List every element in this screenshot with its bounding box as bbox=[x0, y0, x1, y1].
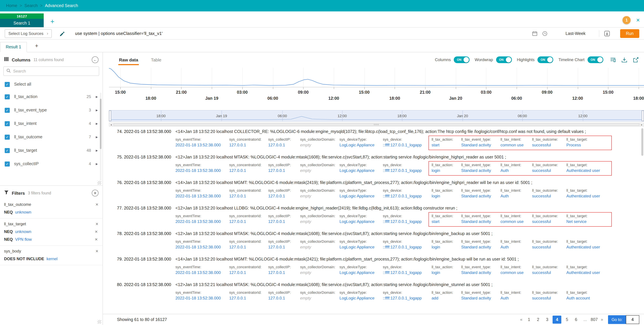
timeline-brush[interactable]: 18:00Jan 1906:0012:0018:00Jan 2006:0012:… bbox=[109, 110, 644, 122]
detail-field-value[interactable]: 127.0.0.1 bbox=[229, 168, 266, 173]
horizontal-scrollbar[interactable]: ◄ ► bbox=[109, 123, 644, 127]
horizontal-scrollbar-thumb[interactable] bbox=[114, 123, 639, 126]
expand-triangle-icon[interactable]: ▶ bbox=[96, 122, 98, 125]
detail-field-value[interactable]: 127.0.0.1 bbox=[229, 296, 266, 301]
expand-triangle-icon[interactable]: ▶ bbox=[96, 149, 98, 152]
detail-field-value[interactable]: ::ffff:127.0.0.1_logapp bbox=[383, 168, 429, 173]
column-list-item[interactable]: ✓ll_tax_intent4▶ bbox=[0, 117, 102, 130]
detail-field-value[interactable]: LogLogic Appliance bbox=[340, 219, 381, 224]
detail-field-value[interactable]: Standard activity bbox=[461, 143, 498, 147]
download-icon[interactable] bbox=[622, 57, 627, 63]
detail-field-value[interactable]: login bbox=[432, 245, 459, 250]
detail-field-value[interactable]: LogLogic Appliance bbox=[340, 270, 381, 275]
detail-field-value[interactable]: ::ffff:127.0.0.1_logapp bbox=[383, 194, 429, 198]
remove-filter-icon[interactable]: ✕ bbox=[96, 202, 98, 207]
detail-field-value[interactable]: login bbox=[432, 270, 459, 275]
detail-field-value[interactable]: ::ffff:127.0.0.1_logapp bbox=[383, 270, 429, 275]
goto-page-input[interactable] bbox=[626, 315, 639, 324]
detail-field-value[interactable]: login bbox=[432, 168, 459, 173]
select-all-row[interactable]: ✓ Select all bbox=[0, 78, 102, 90]
detail-field-value[interactable]: 2022-01-18 13:52:38.000 bbox=[176, 168, 227, 173]
close-icon[interactable]: ✕ bbox=[636, 17, 640, 23]
detail-field-value[interactable]: 127.0.0.1 bbox=[229, 219, 266, 224]
detail-field-value[interactable]: Net service bbox=[566, 219, 608, 224]
expand-triangle-icon[interactable]: ▶ bbox=[96, 162, 98, 165]
page-button[interactable]: 6 bbox=[572, 316, 580, 324]
detail-field-value[interactable]: successful bbox=[532, 194, 564, 198]
detail-field-value[interactable]: successful bbox=[532, 270, 564, 275]
detail-field-value[interactable]: LogLogic Appliance bbox=[340, 194, 381, 198]
column-list-item[interactable]: ✓ll_tax_outcome7▶ bbox=[0, 130, 102, 144]
add-search-tab-button[interactable]: + bbox=[50, 19, 54, 24]
column-list-item[interactable]: ✓sys_collectIP4▶ bbox=[0, 157, 102, 171]
detail-field-value[interactable]: Standard activity bbox=[461, 194, 498, 198]
detail-field-value[interactable]: LogLogic Appliance bbox=[340, 245, 381, 250]
remove-filter-icon[interactable]: ✕ bbox=[96, 249, 98, 253]
page-next-button[interactable]: » bbox=[600, 317, 604, 322]
checkbox-checked-icon[interactable]: ✓ bbox=[5, 148, 10, 153]
export-download-icon[interactable] bbox=[604, 30, 610, 36]
toggle-highlights[interactable]: ON bbox=[538, 56, 554, 63]
log-message[interactable]: <12>Jan 18 13:52:20 localhost MTASK: %LO… bbox=[176, 155, 506, 159]
edit-query-icon[interactable] bbox=[59, 30, 65, 36]
panel-resize-grip[interactable] bbox=[98, 181, 101, 185]
expand-triangle-icon[interactable]: ▶ bbox=[96, 95, 98, 98]
breadcrumb-item[interactable]: Home bbox=[6, 3, 17, 8]
detail-field-value[interactable]: Standard activity bbox=[461, 168, 498, 173]
query-input[interactable]: use system | options useClassifier='ll_t… bbox=[75, 31, 162, 36]
tab-result-1[interactable]: Result 1 bbox=[0, 42, 27, 52]
detail-field-value[interactable]: 2022-01-18 13:52:38.000 bbox=[176, 194, 227, 198]
detail-field-value[interactable]: 127.0.0.1 bbox=[268, 219, 298, 224]
breadcrumb-item[interactable]: Search bbox=[24, 3, 38, 8]
detail-field-value[interactable]: 127.0.0.1 bbox=[229, 245, 266, 250]
checkbox-checked-icon[interactable]: ✓ bbox=[5, 134, 10, 139]
page-button[interactable]: 5 bbox=[564, 316, 570, 324]
detail-field-value[interactable]: add bbox=[432, 296, 459, 301]
timeline-chart[interactable] bbox=[109, 68, 644, 87]
page-button[interactable]: 3 bbox=[544, 316, 551, 324]
log-message[interactable]: <12>Jan 18 13:52:20 localhost LLDBG: %LO… bbox=[176, 206, 457, 211]
detail-field-value[interactable]: Auth bbox=[500, 168, 530, 173]
column-list-item[interactable]: ✓ll_tax_target48▶ bbox=[0, 144, 102, 157]
detail-field-value[interactable]: ::ffff:127.0.0.1_logapp bbox=[383, 245, 429, 250]
detail-field-value[interactable]: 2022-01-18 13:52:38.000 bbox=[176, 219, 227, 224]
detail-field-value[interactable]: Auth bbox=[500, 194, 530, 198]
breadcrumb-item[interactable]: Advanced Search bbox=[45, 3, 78, 8]
columns-scrollbar[interactable] bbox=[100, 93, 102, 181]
column-list-item[interactable]: ✓ll_tax_event_type3▶ bbox=[0, 103, 102, 117]
page-button[interactable]: 2 bbox=[534, 316, 542, 324]
brush-right-handle[interactable] bbox=[642, 110, 644, 121]
goto-button[interactable]: Go to: bbox=[608, 315, 626, 324]
detail-field-value[interactable]: 127.0.0.1 bbox=[268, 194, 298, 198]
expand-triangle-icon[interactable]: ▶ bbox=[96, 135, 98, 138]
clear-filters-icon[interactable]: ✕ bbox=[92, 190, 98, 196]
detail-field-value[interactable]: common use bbox=[500, 143, 530, 147]
log-message[interactable]: <14>Jan 18 13:52:20 localhost MGMT: %LOG… bbox=[176, 180, 532, 185]
detail-field-value[interactable]: Standard activity bbox=[461, 270, 498, 275]
brush-left-handle[interactable] bbox=[109, 110, 111, 121]
select-all-checkbox[interactable]: ✓ bbox=[5, 82, 10, 87]
detail-field-value[interactable]: LogLogic Appliance bbox=[340, 168, 381, 173]
filter-value[interactable]: VPN flow bbox=[15, 237, 32, 242]
detail-field-value[interactable]: 127.0.0.1 bbox=[229, 270, 266, 275]
page-button[interactable]: 1 bbox=[526, 316, 532, 324]
detail-field-value[interactable]: successful bbox=[532, 168, 564, 173]
checkbox-checked-icon[interactable]: ✓ bbox=[5, 94, 10, 99]
detail-field-value[interactable]: ::ffff:127.0.0.1_logapp bbox=[383, 219, 429, 224]
calendar-icon[interactable] bbox=[532, 31, 537, 36]
log-message[interactable]: <14>Jan 18 13:52:20 localhost MGMT: %LOG… bbox=[176, 257, 519, 262]
detail-field-value[interactable]: successful bbox=[532, 245, 564, 250]
detail-field-value[interactable]: Standard activity bbox=[461, 296, 498, 301]
detail-field-value[interactable]: Authenticated user bbox=[566, 168, 608, 173]
collapse-panel-icon[interactable]: ← bbox=[92, 56, 98, 63]
detail-field-value[interactable]: Standard activity bbox=[461, 219, 498, 224]
detail-field-value[interactable]: start bbox=[432, 143, 459, 147]
detail-field-value[interactable]: successful bbox=[532, 296, 564, 301]
detail-field-value[interactable]: start bbox=[432, 219, 459, 224]
detail-field-value[interactable]: Auth account bbox=[566, 296, 608, 301]
detail-field-value[interactable]: login bbox=[432, 194, 459, 198]
expand-triangle-icon[interactable]: ▶ bbox=[96, 109, 98, 112]
remove-condition-icon[interactable]: ✕ bbox=[95, 230, 98, 234]
detail-field-value[interactable]: 127.0.0.1 bbox=[229, 143, 266, 147]
detail-field-value[interactable]: 2022-01-18 13:52:38.000 bbox=[176, 270, 227, 275]
